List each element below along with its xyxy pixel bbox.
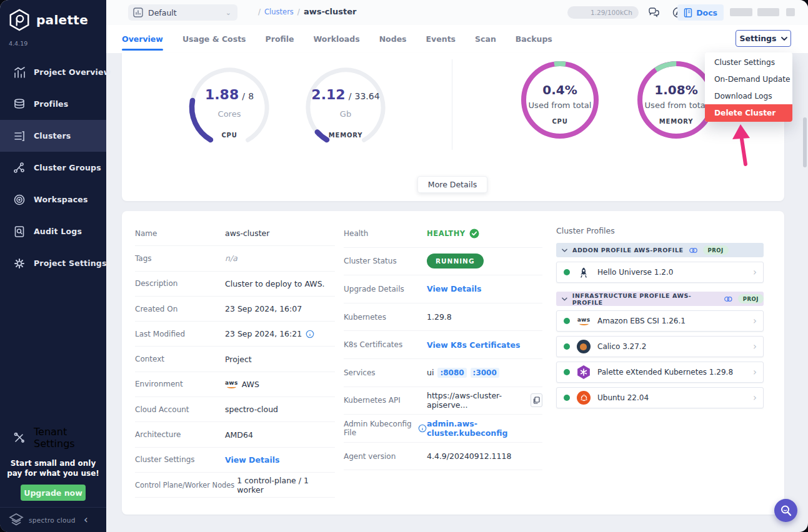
sidebar-item-project-overview[interactable]: Project Overview bbox=[0, 56, 106, 88]
sidebar-item-clusters[interactable]: Clusters bbox=[0, 120, 106, 152]
pxk-logo-icon bbox=[577, 365, 591, 379]
tab-usage-costs[interactable]: Usage & Costs bbox=[182, 25, 246, 53]
footer-brand-name: spectro cloud bbox=[29, 516, 76, 524]
doc-search-icon bbox=[13, 225, 26, 238]
details-card: Name aws-cluster Tags n/a Description Cl… bbox=[122, 211, 784, 515]
link-icon bbox=[689, 247, 698, 254]
search-help-floating-button[interactable] bbox=[774, 499, 797, 522]
ubuntu-logo-icon bbox=[577, 391, 591, 405]
sidebar-item-tenant-settings[interactable]: Tenant Settings bbox=[0, 424, 106, 451]
cpu-used-value: 1.88 bbox=[205, 87, 239, 102]
palette-logo-icon bbox=[7, 8, 31, 32]
infrastructure-profile-header[interactable]: INFRASTRUCTURE PROFILE AWS-PROFILE PROJ bbox=[556, 292, 764, 306]
copy-button[interactable] bbox=[531, 393, 542, 407]
gear-icon bbox=[13, 257, 26, 270]
sidebar-item-audit-logs[interactable]: Audit Logs bbox=[0, 215, 106, 247]
chevron-right-icon: › bbox=[753, 341, 757, 352]
row-kubernetes-version: Kubernetes 1.29.8 bbox=[344, 303, 542, 332]
docs-button-label: Docs bbox=[696, 8, 717, 17]
check-circle-icon bbox=[469, 229, 479, 239]
menu-item-cluster-settings[interactable]: Cluster Settings bbox=[705, 54, 792, 71]
kubernetes-api-url: https://aws-cluster-apiserve... bbox=[427, 391, 524, 410]
settings-dropdown-button[interactable]: Settings bbox=[736, 30, 791, 47]
tab-scan[interactable]: Scan bbox=[475, 25, 496, 53]
row-context: Context Project bbox=[135, 347, 335, 372]
profile-row-hello-universe[interactable]: Hello Universe 1.2.0 › bbox=[556, 262, 764, 283]
profile-row-palette-extended-kubernetes[interactable]: Palette eXtended Kubernetes 1.29.8 › bbox=[556, 362, 764, 383]
row-services: Services ui :8080 :3000 bbox=[344, 359, 542, 387]
more-details-button[interactable]: More Details bbox=[417, 176, 487, 193]
breadcrumb: / Clusters / aws-cluster bbox=[258, 7, 356, 16]
menu-item-on-demand-update[interactable]: On-Demand Update bbox=[705, 71, 792, 87]
cpu-usage-donut: 0.4% Used from total CPU bbox=[516, 56, 604, 144]
row-cluster-settings: Cluster Settings View Details bbox=[135, 448, 335, 473]
row-name: Name aws-cluster bbox=[135, 221, 335, 246]
row-cluster-status: Cluster Status RUNNING bbox=[344, 248, 542, 276]
menu-item-delete-cluster[interactable]: Delete Cluster bbox=[705, 104, 792, 122]
proj-scope-badge: PROJ bbox=[703, 245, 729, 255]
status-dot bbox=[564, 318, 570, 324]
cluster-profiles-title: Cluster Profiles bbox=[556, 226, 764, 235]
sidebar-item-cluster-groups[interactable]: Cluster Groups bbox=[0, 152, 106, 184]
sidebar-collapse-chevron[interactable]: ‹ bbox=[84, 513, 88, 526]
cpu-unit: Cores bbox=[218, 109, 241, 119]
info-icon[interactable] bbox=[418, 424, 427, 433]
upgrade-view-details-link[interactable]: View Details bbox=[427, 284, 481, 293]
main-area: Default ⌄ / Clusters / aws-cluster 1.29/… bbox=[106, 0, 808, 532]
menu-item-download-logs[interactable]: Download Logs bbox=[705, 87, 792, 104]
profile-row-ubuntu[interactable]: Ubuntu 22.04 › bbox=[556, 387, 764, 408]
memory-used-value: 2.12 bbox=[311, 87, 345, 102]
memory-donut-label: MEMORY bbox=[659, 118, 693, 125]
docs-button[interactable]: Docs bbox=[677, 4, 724, 21]
tab-events[interactable]: Events bbox=[426, 25, 456, 53]
book-icon bbox=[684, 8, 692, 17]
sidebar-nav: Project Overview Profiles Clusters Clust… bbox=[0, 56, 106, 279]
profile-row-calico[interactable]: Calico 3.27.2 › bbox=[556, 336, 764, 357]
cpu-donut-label: CPU bbox=[552, 118, 567, 125]
sidebar-item-profiles[interactable]: Profiles bbox=[0, 88, 106, 120]
breadcrumb-clusters-link[interactable]: Clusters bbox=[264, 7, 294, 16]
profile-row-amazon-ebs-csi[interactable]: aws Amazon EBS CSI 1.26.1 › bbox=[556, 310, 764, 332]
project-selector-value: Default bbox=[148, 8, 177, 17]
annotation-arrow bbox=[725, 123, 762, 167]
breadcrumb-current: aws-cluster bbox=[304, 7, 357, 16]
divider bbox=[452, 59, 452, 150]
chat-icon[interactable] bbox=[647, 6, 660, 19]
row-tags: Tags n/a bbox=[135, 246, 335, 271]
tab-nodes[interactable]: Nodes bbox=[379, 25, 407, 53]
sidebar: palette 4.4.19 Project Overview Profiles… bbox=[0, 0, 106, 532]
tab-profile[interactable]: Profile bbox=[266, 25, 294, 53]
chevron-right-icon: › bbox=[753, 392, 757, 403]
row-description: Description Cluster to deploy to AWS. bbox=[135, 272, 335, 297]
tab-workloads[interactable]: Workloads bbox=[314, 25, 360, 53]
layers-icon bbox=[13, 98, 26, 111]
aws-logo-icon: aws bbox=[577, 314, 591, 328]
sidebar-item-workspaces[interactable]: Workspaces bbox=[0, 184, 106, 215]
sidebar-item-project-settings[interactable]: Project Settings bbox=[0, 247, 106, 279]
settings-button-label: Settings bbox=[739, 34, 776, 43]
tab-backups[interactable]: Backups bbox=[516, 25, 552, 53]
cluster-tabs-row: Overview Usage & Costs Profile Workloads… bbox=[106, 25, 808, 53]
network-icon bbox=[13, 162, 26, 174]
scrollbar-thumb[interactable] bbox=[803, 117, 807, 167]
service-port-3000-link[interactable]: :3000 bbox=[471, 368, 499, 378]
tab-overview[interactable]: Overview bbox=[122, 25, 163, 53]
upgrade-now-button[interactable]: Upgrade now bbox=[21, 485, 86, 501]
usage-quota-badge: 1.29/100kCh bbox=[567, 6, 639, 19]
service-port-8080-link[interactable]: :8080 bbox=[437, 368, 466, 378]
copy-icon bbox=[533, 397, 540, 404]
memory-total-value: 33.64 bbox=[355, 91, 380, 101]
memory-used-percent: 1.08% bbox=[654, 82, 697, 97]
spectro-cloud-logo-icon bbox=[9, 513, 24, 527]
project-selector[interactable]: Default ⌄ bbox=[128, 4, 237, 21]
kubeconfig-download-link[interactable]: admin.aws-cluster.kubeconfig bbox=[427, 419, 542, 438]
info-icon[interactable] bbox=[306, 330, 314, 338]
row-kubernetes-api: Kubernetes API https://aws-cluster-apise… bbox=[344, 387, 542, 415]
addon-profile-header[interactable]: ADDON PROFILE AWS-PROFILE PROJ bbox=[556, 243, 764, 257]
row-health: Health HEALTHY bbox=[344, 220, 542, 248]
upgrade-promo-text: Start small and only pay for what you us… bbox=[6, 458, 100, 478]
chart-icon bbox=[13, 66, 26, 79]
view-k8s-certificates-link[interactable]: View K8s Certificates bbox=[427, 340, 520, 350]
cluster-settings-view-details-link[interactable]: View Details bbox=[225, 455, 279, 465]
calico-logo-icon bbox=[577, 340, 591, 353]
